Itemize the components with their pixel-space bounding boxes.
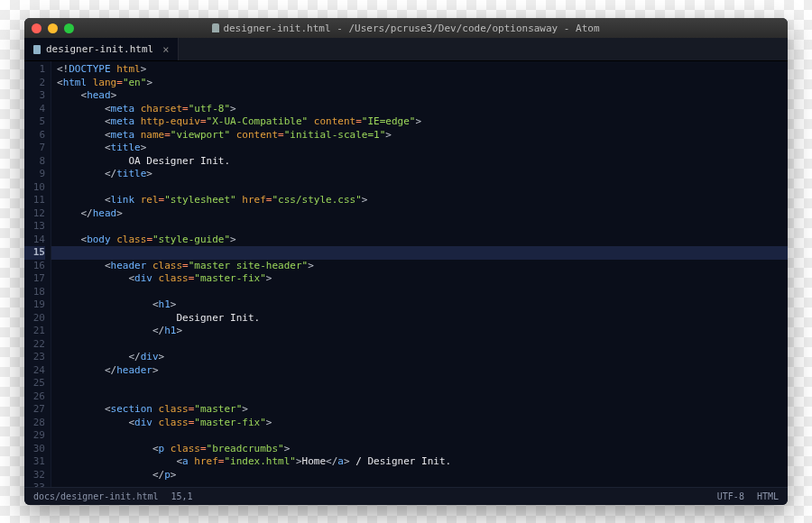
line-number[interactable]: 6 — [24, 129, 45, 142]
code-line[interactable]: </header> — [57, 364, 788, 378]
code-line[interactable]: </div> — [57, 351, 788, 364]
line-number[interactable]: 7 — [24, 142, 45, 155]
line-number[interactable]: 11 — [24, 194, 45, 207]
status-bar: docs/designer-init.html 15,1 UTF-8 HTML — [24, 487, 788, 505]
line-number[interactable]: 29 — [24, 429, 45, 443]
line-number[interactable]: 10 — [24, 181, 45, 195]
code-line[interactable]: <section class="master"> — [57, 403, 788, 417]
line-number[interactable]: 1 — [24, 63, 45, 77]
editor-window: designer-init.html - /Users/pcruse3/Dev/… — [24, 18, 788, 505]
code-line[interactable]: <meta name="viewport" content="initial-s… — [57, 129, 788, 142]
status-language[interactable]: HTML — [757, 491, 779, 501]
code-line[interactable]: <p class="breadcrumbs"> — [57, 443, 788, 456]
code-line[interactable]: <div class="master-fix"> — [57, 417, 788, 430]
line-number[interactable]: 4 — [24, 103, 45, 116]
code-line[interactable]: <header class="master site-header"> — [57, 260, 788, 273]
titlebar[interactable]: designer-init.html - /Users/pcruse3/Dev/… — [24, 18, 788, 38]
code-line[interactable] — [57, 286, 788, 299]
line-number[interactable]: 3 — [24, 89, 45, 103]
code-line[interactable]: </h1> — [57, 325, 788, 338]
code-line[interactable]: </p> — [57, 469, 788, 482]
code-line[interactable]: <meta http-equiv="X-UA-Compatible" conte… — [57, 115, 788, 129]
line-gutter[interactable]: 1234567891011121314151617181920212223242… — [24, 61, 51, 487]
code-line[interactable]: </head> — [57, 207, 788, 221]
line-number[interactable]: 32 — [24, 469, 45, 482]
window-title: designer-init.html - /Users/pcruse3/Dev/… — [24, 23, 788, 34]
line-number[interactable]: 20 — [24, 312, 45, 326]
line-number[interactable]: 31 — [24, 455, 45, 469]
line-number[interactable]: 21 — [24, 325, 45, 338]
line-number[interactable]: 17 — [24, 272, 45, 286]
status-encoding[interactable]: UTF-8 — [717, 491, 744, 501]
line-number[interactable]: 24 — [24, 364, 45, 378]
code-line[interactable] — [57, 377, 788, 390]
line-number[interactable]: 30 — [24, 443, 45, 456]
code-line[interactable]: <meta charset="utf-8"> — [57, 103, 788, 116]
editor-area[interactable]: 1234567891011121314151617181920212223242… — [24, 61, 788, 487]
line-number[interactable]: 23 — [24, 351, 45, 364]
line-number[interactable]: 5 — [24, 115, 45, 129]
code-line[interactable]: <!DOCTYPE html> — [57, 63, 788, 77]
code-line[interactable]: </title> — [57, 168, 788, 181]
code-line[interactable]: <div class="master-fix"> — [57, 272, 788, 286]
code-line[interactable] — [57, 390, 788, 404]
code-line[interactable]: <a href="index.html">Home</a> / Designer… — [57, 455, 788, 469]
line-number[interactable]: 2 — [24, 77, 45, 90]
line-number[interactable]: 18 — [24, 286, 45, 299]
tab-label: designer-init.html — [46, 43, 153, 55]
code-line[interactable] — [57, 220, 788, 234]
current-line-highlight — [51, 246, 788, 260]
line-number[interactable]: 19 — [24, 298, 45, 312]
code-line[interactable]: <html lang="en"> — [57, 77, 788, 90]
code-line[interactable] — [57, 181, 788, 195]
file-icon — [33, 45, 41, 54]
tab-designer-init[interactable]: designer-init.html × — [24, 38, 179, 60]
code-line[interactable]: <title> — [57, 142, 788, 155]
code-line[interactable]: <head> — [57, 89, 788, 103]
line-number[interactable]: 14 — [24, 234, 45, 247]
code-content[interactable]: <!DOCTYPE html><html lang="en"> <head> <… — [51, 61, 788, 487]
tab-bar[interactable]: designer-init.html × — [24, 38, 788, 61]
code-line[interactable] — [57, 429, 788, 443]
line-number[interactable]: 13 — [24, 220, 45, 234]
code-line[interactable]: OA Designer Init. — [57, 155, 788, 169]
code-line[interactable] — [57, 482, 788, 487]
close-tab-icon[interactable]: × — [162, 43, 169, 56]
line-number[interactable]: 27 — [24, 403, 45, 417]
code-line[interactable]: Designer Init. — [57, 312, 788, 326]
code-line[interactable] — [57, 338, 788, 352]
code-line[interactable]: <h1> — [57, 298, 788, 312]
code-line[interactable]: <body class="style-guide"> — [57, 234, 788, 247]
line-number[interactable]: 26 — [24, 390, 45, 404]
status-file-path[interactable]: docs/designer-init.html — [33, 491, 158, 501]
line-number[interactable]: 28 — [24, 417, 45, 430]
line-number[interactable]: 12 — [24, 207, 45, 221]
line-number[interactable]: 9 — [24, 168, 45, 181]
line-number[interactable]: 16 — [24, 260, 45, 273]
line-number[interactable]: 15 — [24, 246, 45, 260]
line-number[interactable]: 22 — [24, 338, 45, 352]
file-icon — [212, 23, 219, 32]
line-number[interactable]: 25 — [24, 377, 45, 390]
status-cursor-pos[interactable]: 15,1 — [171, 491, 192, 501]
code-line[interactable]: <link rel="stylesheet" href="css/style.c… — [57, 194, 788, 207]
line-number[interactable]: 8 — [24, 155, 45, 169]
